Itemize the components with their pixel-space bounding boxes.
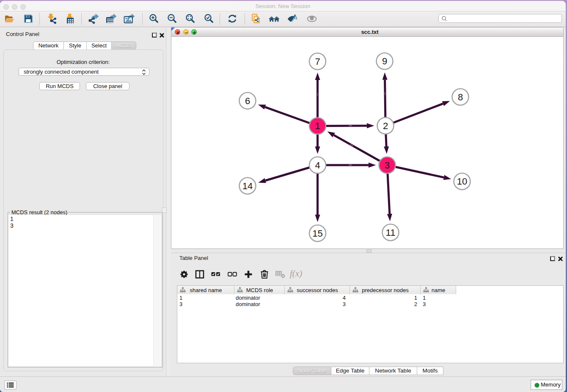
svg-text:1: 1 xyxy=(315,121,320,131)
svg-text:2: 2 xyxy=(383,121,388,131)
svg-text:3: 3 xyxy=(385,160,390,171)
svg-text:6: 6 xyxy=(245,96,250,106)
svg-text:11: 11 xyxy=(386,227,396,238)
svg-text:15: 15 xyxy=(312,228,322,239)
svg-text:10: 10 xyxy=(457,176,467,187)
svg-text:8: 8 xyxy=(458,92,463,102)
svg-text:4: 4 xyxy=(315,160,320,171)
svg-text:14: 14 xyxy=(242,181,253,191)
svg-text:7: 7 xyxy=(315,56,320,67)
svg-text:9: 9 xyxy=(382,56,387,66)
